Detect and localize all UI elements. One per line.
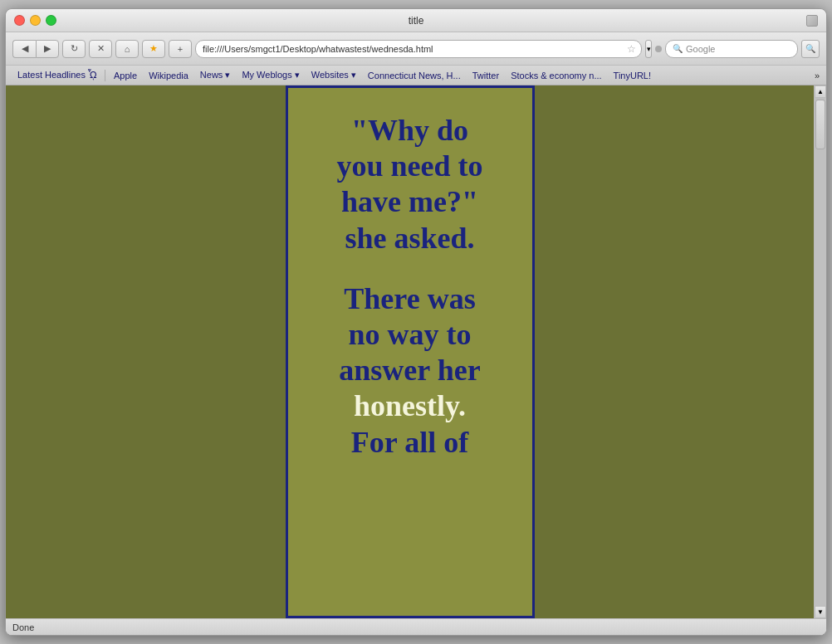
bookmark-star-button[interactable]: ★ — [142, 40, 165, 58]
new-tab-button[interactable]: + — [169, 40, 192, 58]
forward-icon: ▶ — [44, 43, 51, 54]
bookmark-separator — [105, 70, 105, 81]
forward-button[interactable]: ▶ — [36, 40, 59, 58]
quote-line3: have me?" — [341, 185, 478, 218]
maximize-button[interactable] — [46, 15, 56, 26]
quote-line4: she asked. — [345, 222, 474, 255]
search-submit-button[interactable]: 🔍 — [801, 40, 820, 58]
scrollbar-down-button[interactable]: ▼ — [815, 606, 826, 618]
reload-icon: ↻ — [71, 43, 78, 54]
page-wrapper: "Why do you need to have me?" she asked.… — [6, 85, 826, 618]
status-text: Done — [12, 622, 34, 632]
quote-text: "Why do you need to have me?" she asked. — [336, 113, 482, 256]
bookmark-item-websites[interactable]: Websites ▾ — [306, 68, 361, 82]
bookmark-item-twitter[interactable]: Twitter — [467, 69, 504, 82]
home-icon: ⌂ — [125, 44, 130, 54]
answer-line1: There was — [344, 282, 475, 315]
search-bar[interactable]: 🔍 Google — [665, 40, 798, 58]
bookmark-item-tinyurl[interactable]: TinyURL! — [609, 69, 656, 82]
plus-icon: + — [178, 44, 183, 54]
nav-button-group: ◀ ▶ — [12, 40, 59, 58]
status-bar: Done — [6, 618, 826, 635]
reload-button[interactable]: ↻ — [62, 40, 86, 58]
star-icon: ★ — [149, 43, 158, 54]
answer-text: There was no way to answer her honestly.… — [339, 281, 480, 461]
answer-line5: For all of — [351, 426, 468, 459]
bookmark-item-myweblogs[interactable]: My Weblogs ▾ — [237, 68, 304, 82]
resize-handle[interactable] — [806, 15, 818, 27]
bookmarks-more-button[interactable]: » — [815, 71, 820, 80]
minimize-button[interactable] — [30, 15, 41, 26]
answer-line2: no way to — [348, 318, 471, 351]
address-text: file:///Users/smgct1/Desktop/whatwastest… — [203, 44, 433, 54]
browser-window: title ◀ ▶ ↻ ✕ ⌂ ★ + file:///Us — [5, 8, 827, 636]
window-title: title — [409, 15, 424, 27]
bookmark-item-apple[interactable]: Apple — [109, 69, 142, 82]
quote-line1: "Why do — [351, 114, 468, 147]
bookmark-item-wikipedia[interactable]: Wikipedia — [144, 69, 193, 82]
stop-button[interactable]: ✕ — [89, 40, 112, 58]
close-button[interactable] — [14, 15, 25, 26]
quote-line2: you need to — [336, 149, 482, 183]
answer-line4: honestly. — [354, 389, 466, 422]
home-button[interactable]: ⌂ — [115, 40, 139, 58]
window-buttons — [14, 15, 56, 26]
stop-icon: ✕ — [97, 43, 105, 54]
address-bar-container: file:///Users/smgct1/Desktop/whatwastest… — [195, 40, 820, 58]
scrollbar-up-button[interactable]: ▲ — [815, 85, 826, 98]
search-placeholder: Google — [686, 44, 715, 54]
back-button[interactable]: ◀ — [12, 40, 36, 58]
bookmark-item-latest-headlines[interactable]: Latest Headlines ᾯ — [12, 68, 101, 82]
toolbar: ◀ ▶ ↻ ✕ ⌂ ★ + file:///Users/smgct1/Deskt… — [6, 32, 826, 66]
page-content: "Why do you need to have me?" she asked.… — [6, 85, 814, 618]
address-dropdown-button[interactable]: ▾ — [645, 40, 652, 58]
answer-line3: answer her — [339, 354, 480, 387]
loading-indicator — [655, 46, 662, 52]
bookmark-item-connecticut[interactable]: Connecticut News, H... — [363, 69, 466, 82]
scrollbar-thumb[interactable] — [815, 100, 825, 149]
back-icon: ◀ — [22, 43, 28, 54]
address-bar[interactable]: file:///Users/smgct1/Desktop/whatwastest… — [195, 40, 642, 58]
content-panel: "Why do you need to have me?" she asked.… — [286, 85, 535, 618]
scrollbar-track[interactable] — [815, 98, 826, 606]
address-star-icon: ☆ — [627, 43, 636, 55]
bookmarks-bar: Latest Headlines ᾯ Apple Wikipedia News … — [6, 66, 826, 85]
bookmark-item-stocks[interactable]: Stocks & economy n... — [506, 69, 606, 82]
search-icon: 🔍 — [673, 44, 683, 53]
scrollbar[interactable]: ▲ ▼ — [814, 85, 826, 618]
bookmark-item-news[interactable]: News ▾ — [195, 68, 236, 82]
title-bar: title — [6, 9, 826, 32]
